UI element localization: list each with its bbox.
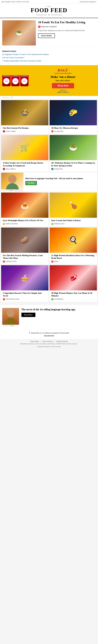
article-card-4[interactable]: 🥗 20+ Delicious Recipes To Use What's Co… xyxy=(50,135,97,172)
source-icon-8: BG xyxy=(51,260,54,263)
article-body-8: 21 High-Protein Breakfast Ideas For A Mo… xyxy=(50,253,97,264)
source-icon-10: EW xyxy=(51,298,54,300)
article-body-1: Our Best Instant Pot Recipes FW FOOD & W… xyxy=(1,125,48,134)
article-image-6: 🍗 xyxy=(50,192,97,218)
read-more-button[interactable]: READ MORE xyxy=(38,34,55,38)
related-title: Related Content xyxy=(2,50,96,52)
source-name-3: REAL SIMPLE xyxy=(6,168,16,170)
shop-now-button[interactable]: Shop Now xyxy=(52,83,74,88)
ragu-label-2: RAGÚ xyxy=(12,78,18,84)
article-title-4: 20+ Delicious Recipes To Use What's Comi… xyxy=(51,162,95,167)
article-card-7[interactable]: 🥔 For The Best French Melting Potatoes, … xyxy=(1,228,48,264)
article-source-3: RS REAL SIMPLE xyxy=(3,168,47,170)
person-body-ad xyxy=(6,183,18,190)
footer-link-terms[interactable]: Terms of Service xyxy=(42,341,53,342)
ad-label: D▸ xyxy=(11,96,13,98)
footer-ad-section: The secret of the 1st selling language-l… xyxy=(0,305,98,330)
footer-links: Privacy Policy | Terms of Service | Subs… xyxy=(2,341,96,342)
header-divider: ✦ xyxy=(0,14,98,16)
article-title-6: Sour Cream And Onion Chicken xyxy=(51,219,95,222)
grid-row-1: 🍲 Our Best Instant Pot Recipes FW FOOD &… xyxy=(1,100,97,134)
footer-link-privacy[interactable]: Privacy Policy xyxy=(30,341,39,342)
article-card-1[interactable]: 🍲 Our Best Instant Pot Recipes FW FOOD &… xyxy=(1,100,48,134)
footer-ad-title: The secret of the 1st selling language-l… xyxy=(21,308,96,311)
unsubscribe-text[interactable]: Unsubscribe xyxy=(2,335,96,337)
article-image-10: 🥩 xyxy=(50,265,97,290)
subscription-podcast-text[interactable]: 🎙 Subscribe to our delicious podcast 'Ho… xyxy=(2,332,96,334)
source-icon-9: SL xyxy=(3,298,5,300)
source-name-7: SERIOUS EATS xyxy=(6,261,16,262)
source-name-8: BH&G xyxy=(54,261,58,262)
article-image-2: 🌮 xyxy=(50,100,97,125)
ragu-ad-right: RAGÚ COOK LIKE A MOTHER Make 'em a dinne… xyxy=(30,68,96,93)
footer-link-subscribe[interactable]: Subscribe Opt-Out xyxy=(56,341,68,342)
article-image-4: 🥗 xyxy=(50,135,97,160)
article-title-9: 5-Ingredient Desserts That Are Simple An… xyxy=(3,292,47,297)
divider-line-left xyxy=(36,15,47,15)
article-image-placeholder-10: 🥩 xyxy=(50,265,97,290)
article-body-5: Easy Weeknight Dinners For A Party Of Tw… xyxy=(1,218,48,226)
article-image-8: 🍳 xyxy=(50,228,97,253)
related-link-1[interactable]: 20 Vegetarian Recipes To Add To Your Wee… xyxy=(2,53,96,56)
hero-section: 🥗 10 Foods To Eat For Healthy Living M M… xyxy=(0,18,98,48)
source-name-4: MYRECIPES xyxy=(54,168,63,170)
source-icon-3: RS xyxy=(3,168,5,170)
article-image-placeholder-3: 🛒 xyxy=(1,135,48,160)
author-line: M MARTHA STEWART xyxy=(38,26,96,28)
article-body-7: For The Best French Melting Potatoes, Co… xyxy=(1,253,48,264)
article-card-8[interactable]: 🍳 21 High-Protein Breakfast Ideas For A … xyxy=(50,228,97,264)
hero-description: Enjoy them regularly as part of a varied… xyxy=(38,29,96,32)
article-card-10[interactable]: 🥩 30 High-Protein Dinners You Can Make I… xyxy=(50,265,97,302)
article-body-2: 10 Must-Try Mexican Recipes AR ALLRECIPE… xyxy=(50,125,97,134)
top-bar-left-link[interactable]: Best Healthy Foods To Add To Your Diet xyxy=(2,1,29,2)
top-bar-right-link[interactable]: Get Allrecipes Magazine xyxy=(80,1,96,2)
article-image-1: 🍲 xyxy=(1,100,48,125)
source-icon-7: SE xyxy=(3,260,5,263)
source-name-6: SPRUCE EATS xyxy=(54,223,64,224)
footer-ad-inner: The secret of the 1st selling language-l… xyxy=(2,308,96,325)
article-card-2[interactable]: 🌮 10 Must-Try Mexican Recipes AR ALLRECI… xyxy=(50,100,97,134)
site-logo: FOOD FEED xyxy=(0,7,98,13)
article-body-9: 5-Ingredient Desserts That Are Simple An… xyxy=(1,290,48,302)
in-feed-ad-inner: Must-have Language Learning Tool - All y… xyxy=(1,173,97,190)
article-card-3[interactable]: 🛒 11 Best Trader Joe's Food And Recipe H… xyxy=(1,135,48,172)
ragu-jar-1: RAGÚ xyxy=(2,75,11,86)
ragu-ad-banner: RAGÚ RAGÚ RAGÚ RAGÚ COOK LIKE A MOTHER M… xyxy=(0,65,98,96)
ragu-ad-section: RAGÚ RAGÚ RAGÚ RAGÚ COOK LIKE A MOTHER M… xyxy=(0,65,98,99)
footer-read-more-button[interactable]: Read More xyxy=(21,312,36,317)
source-icon-1: FW xyxy=(3,130,5,132)
article-card-9[interactable]: 🥧 5-Ingredient Desserts That Are Simple … xyxy=(1,265,48,302)
article-title-7: For The Best French Melting Potatoes, Co… xyxy=(3,254,47,260)
source-name-5: SIMPLY RECIPES xyxy=(6,223,18,224)
ad-label-infeed: Advertisement xyxy=(14,190,23,192)
ragu-jars: RAGÚ RAGÚ RAGÚ xyxy=(2,75,28,86)
articles-grid: 🍲 Our Best Instant Pot Recipes FW FOOD &… xyxy=(0,99,98,304)
article-image-7: 🥔 xyxy=(1,228,48,253)
ragu-jar-3: RAGÚ xyxy=(20,75,28,86)
article-source-9: SL SOUTHERN LIVING xyxy=(3,298,47,300)
ragu-main-text: Make 'em a dinner xyxy=(30,75,96,79)
article-image-placeholder-9: 🥧 xyxy=(1,265,48,290)
grid-row-2: 🛒 11 Best Trader Joe's Food And Recipe H… xyxy=(1,135,97,172)
hero-image-placeholder: 🥗 xyxy=(2,20,36,46)
in-feed-ad-image xyxy=(1,173,24,190)
article-title-10: 30 High-Protein Dinners You Can Make In … xyxy=(51,292,95,297)
article-image-3: 🛒 xyxy=(1,135,48,160)
source-name-10: EATINGWELL xyxy=(54,298,64,300)
article-card-6[interactable]: 🍗 Sour Cream And Onion Chicken SE SPRUCE… xyxy=(50,192,97,226)
try-now-button[interactable]: Try Now xyxy=(25,181,37,185)
article-source-8: BG BH&G xyxy=(51,260,95,263)
sams-club-label: sam's club ◇ xyxy=(30,91,96,93)
footer-tagline: Subscriber feedback | View in browser xyxy=(2,346,96,348)
hero-image: 🥗 xyxy=(2,20,36,46)
article-source-4: MR MYRECIPES xyxy=(51,168,95,170)
article-source-10: EW EATINGWELL xyxy=(51,298,95,300)
ragu-label-1: RAGÚ xyxy=(3,78,10,84)
related-link-3[interactable]: 7 Healthy Eating Myths That Aren't Servi… xyxy=(2,60,96,62)
hero-title: 10 Foods To Eat For Healthy Living xyxy=(38,20,96,24)
article-card-5[interactable]: 🍝 Easy Weeknight Dinners For A Party Of … xyxy=(1,192,48,226)
article-image-9: 🥧 xyxy=(1,265,48,290)
article-image-placeholder-4: 🥗 xyxy=(50,135,97,160)
footer-ad-content: The secret of the 1st selling language-l… xyxy=(21,308,96,317)
related-link-2[interactable]: Can You Freeze Cucumbers? xyxy=(2,56,96,59)
